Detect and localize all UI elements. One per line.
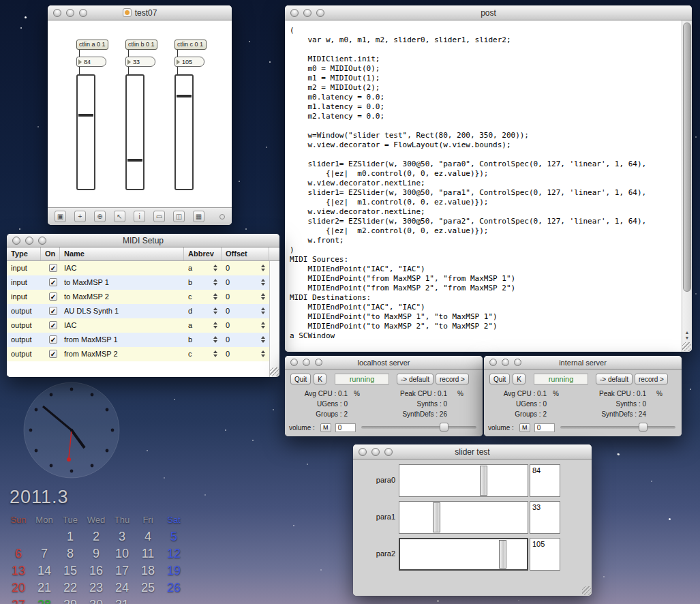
- cell-offset[interactable]: 0: [222, 347, 269, 361]
- checkbox[interactable]: ✓: [49, 350, 57, 358]
- ctlin-object[interactable]: ctlin c 0 1: [174, 40, 207, 50]
- column-header-offset[interactable]: Offset: [222, 247, 269, 260]
- stepper-icon[interactable]: [261, 322, 265, 329]
- stepper-icon[interactable]: [261, 307, 265, 314]
- ctlin-object[interactable]: ctlin a 0 1: [76, 40, 108, 50]
- volume-slider[interactable]: [560, 426, 675, 429]
- zoom-button[interactable]: [316, 9, 324, 17]
- minimize-button[interactable]: [303, 9, 311, 17]
- stepper-icon[interactable]: [261, 293, 265, 300]
- minimize-button[interactable]: [66, 9, 74, 17]
- slider-b[interactable]: [125, 74, 144, 190]
- table-row[interactable]: output ✓ IAC a 0: [7, 318, 279, 333]
- cell-offset[interactable]: 0: [222, 318, 269, 333]
- close-button[interactable]: [359, 448, 367, 456]
- record-button[interactable]: record >: [635, 374, 668, 384]
- table-row[interactable]: input ✓ to MaxMSP 1 b 0: [7, 275, 279, 290]
- scrollbar-thumb[interactable]: [683, 22, 691, 292]
- titlebar[interactable]: MIDI Setup: [7, 234, 279, 247]
- stepper-icon[interactable]: [213, 307, 217, 314]
- cell-abbrev[interactable]: d: [184, 304, 222, 318]
- slider-b-handle[interactable]: [127, 159, 142, 162]
- minimize-button[interactable]: [371, 448, 380, 456]
- quit-button[interactable]: Quit: [290, 374, 311, 384]
- volume-slider[interactable]: [361, 426, 476, 429]
- select-icon[interactable]: ↖: [114, 211, 125, 222]
- presentation-icon[interactable]: ◫: [173, 211, 185, 222]
- volume-value[interactable]: 0: [335, 423, 356, 432]
- para0-slider[interactable]: [399, 464, 528, 497]
- scrollbar-arrows-icon[interactable]: ▲▼: [682, 330, 692, 341]
- cell-offset[interactable]: 0: [222, 304, 269, 318]
- close-button[interactable]: [12, 237, 20, 245]
- kill-button[interactable]: K: [513, 374, 526, 384]
- checkbox[interactable]: ✓: [49, 264, 57, 272]
- checkbox[interactable]: ✓: [49, 307, 57, 315]
- zoom-button[interactable]: [38, 237, 46, 245]
- stepper-icon[interactable]: [261, 265, 265, 271]
- titlebar[interactable]: post: [285, 5, 692, 20]
- slider-c[interactable]: [174, 74, 194, 190]
- post-log-area[interactable]: ( var w, m0, m1, m2, slider0, slider1, s…: [285, 20, 682, 352]
- cell-abbrev[interactable]: b: [184, 333, 222, 347]
- lock-icon[interactable]: ▣: [55, 211, 66, 222]
- cell-offset[interactable]: 0: [222, 290, 269, 304]
- slider-a-handle[interactable]: [78, 114, 93, 117]
- move-icon[interactable]: ⊕: [94, 211, 106, 222]
- close-button[interactable]: [290, 9, 299, 17]
- default-button[interactable]: -> default: [596, 374, 633, 384]
- checkbox[interactable]: ✓: [49, 278, 57, 286]
- para1-value-box[interactable]: 33: [530, 501, 560, 534]
- zoom-button[interactable]: [514, 359, 521, 366]
- resize-grip[interactable]: [582, 586, 591, 595]
- mute-button[interactable]: M: [320, 423, 331, 432]
- table-row[interactable]: input ✓ IAC a 0: [7, 261, 279, 275]
- para2-value-box[interactable]: 105: [530, 538, 560, 571]
- close-button[interactable]: [53, 9, 61, 17]
- titlebar[interactable]: slider test: [353, 444, 592, 459]
- ctlin-object[interactable]: ctlin b 0 1: [125, 40, 157, 50]
- volume-slider-thumb[interactable]: [639, 423, 648, 432]
- minimize-button[interactable]: [303, 359, 310, 366]
- cell-abbrev[interactable]: c: [184, 347, 222, 361]
- record-button[interactable]: record >: [436, 374, 469, 384]
- number-box[interactable]: 33: [125, 57, 155, 67]
- quit-button[interactable]: Quit: [489, 374, 510, 384]
- info-icon[interactable]: i: [134, 211, 145, 222]
- table-row[interactable]: output ✓ AU DLS Synth 1 d 0: [7, 304, 279, 318]
- checkbox[interactable]: ✓: [49, 321, 57, 329]
- table-header[interactable]: Type On Name Abbrev Offset: [7, 247, 279, 261]
- column-header-on[interactable]: On: [41, 247, 60, 260]
- stepper-icon[interactable]: [261, 279, 265, 286]
- mute-button[interactable]: M: [519, 423, 530, 432]
- slider-c-handle[interactable]: [177, 95, 192, 97]
- number-box[interactable]: 84: [76, 57, 106, 67]
- titlebar[interactable]: test07: [48, 5, 232, 20]
- resize-grip[interactable]: [682, 342, 691, 351]
- stepper-icon[interactable]: [213, 265, 217, 271]
- table-row[interactable]: input ✓ to MaxMSP 2 c 0: [7, 290, 279, 304]
- cell-abbrev[interactable]: c: [184, 290, 222, 304]
- column-header-name[interactable]: Name: [60, 247, 184, 260]
- close-button[interactable]: [489, 359, 497, 366]
- cell-offset[interactable]: 0: [222, 275, 269, 290]
- cell-offset[interactable]: 0: [222, 333, 269, 347]
- zoom-button[interactable]: [384, 448, 393, 456]
- kill-button[interactable]: K: [314, 374, 326, 384]
- stepper-icon[interactable]: [213, 336, 217, 343]
- table-row[interactable]: output ✓ from MaxMSP 1 b 0: [7, 333, 279, 347]
- para1-slider[interactable]: [399, 501, 528, 534]
- cell-abbrev[interactable]: a: [184, 318, 222, 333]
- zoom-button[interactable]: [79, 9, 87, 17]
- checkbox[interactable]: ✓: [49, 292, 57, 301]
- number-box[interactable]: 105: [174, 57, 204, 67]
- scrollbar-track[interactable]: [269, 261, 279, 377]
- para0-slider-handle[interactable]: [480, 466, 487, 496]
- stepper-icon[interactable]: [213, 293, 217, 300]
- checkbox[interactable]: ✓: [49, 335, 57, 344]
- para2-slider[interactable]: [399, 538, 528, 571]
- para1-slider-handle[interactable]: [433, 502, 440, 532]
- titlebar[interactable]: localhost server: [285, 356, 483, 369]
- zoom-button[interactable]: [315, 359, 322, 366]
- patcher-canvas[interactable]: ctlin a 0 1 84 ctlin b 0 1 33 ctlin c: [48, 20, 232, 207]
